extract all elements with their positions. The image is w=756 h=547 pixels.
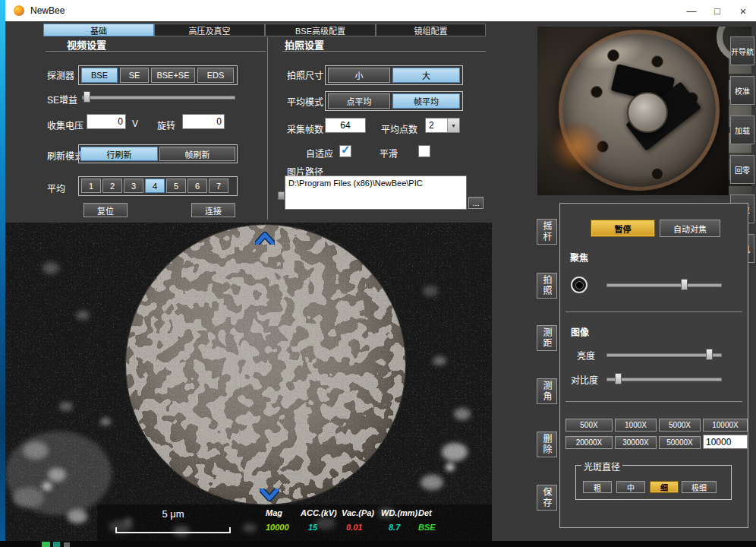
side-button-delete[interactable]: 删除 bbox=[537, 432, 557, 457]
info-header-vac: Vac.(Pa) bbox=[342, 508, 374, 517]
slider-thumb[interactable] bbox=[83, 91, 90, 103]
record-icon[interactable] bbox=[571, 277, 587, 293]
side-button-joystick[interactable]: 摇杆 bbox=[537, 219, 557, 245]
mag-button-10000x[interactable]: 10000X bbox=[703, 419, 748, 432]
contrast-slider[interactable] bbox=[606, 373, 722, 385]
smooth-checkbox[interactable] bbox=[418, 145, 430, 157]
image-path-box[interactable]: D:\Program Files (x86)\NewBee\PIC bbox=[285, 175, 467, 210]
nav-button-home[interactable]: 回零 bbox=[730, 155, 754, 184]
detector-option-eds[interactable]: EDS bbox=[197, 68, 234, 83]
divider bbox=[565, 311, 742, 312]
frames-input[interactable] bbox=[325, 118, 366, 133]
mag-button-20000x[interactable]: 20000X bbox=[565, 436, 613, 449]
info-value-acc: 15 bbox=[308, 523, 317, 532]
bottom-strip bbox=[0, 541, 756, 547]
side-button-measure-distance[interactable]: 测距 bbox=[537, 325, 557, 351]
mag-button-50000x[interactable]: 50000X bbox=[659, 436, 701, 449]
detector-option-bse[interactable]: BSE bbox=[81, 68, 118, 83]
avg-points-dropdown[interactable]: 2 ▼ bbox=[425, 118, 460, 133]
rotation-label: 旋转 bbox=[157, 119, 175, 131]
brightness-label: 亮度 bbox=[577, 349, 595, 362]
avg-mode-frame[interactable]: 帧平均 bbox=[392, 93, 460, 109]
scale-bar-tick bbox=[115, 527, 117, 533]
mag-button-5000x[interactable]: 5000X bbox=[659, 419, 701, 432]
window-title: NewBee bbox=[30, 5, 65, 16]
reset-button[interactable]: 复位 bbox=[83, 203, 128, 217]
side-button-capture[interactable]: 拍照 bbox=[537, 273, 557, 299]
side-button-measure-angle[interactable]: 测角 bbox=[537, 378, 557, 404]
connect-button[interactable]: 连接 bbox=[191, 203, 235, 217]
divider bbox=[267, 37, 268, 220]
average-option-1[interactable]: 1 bbox=[81, 179, 101, 193]
photo-size-label: 拍照尺寸 bbox=[287, 68, 323, 81]
nav-button-calibrate[interactable]: 校准 bbox=[730, 76, 754, 105]
voltage-unit-label: V bbox=[132, 119, 138, 129]
average-option-4[interactable]: 4 bbox=[145, 179, 165, 193]
app-logo-icon bbox=[14, 5, 24, 16]
collect-voltage-input[interactable] bbox=[87, 114, 126, 129]
image-section-label: 图像 bbox=[571, 325, 589, 338]
pan-up-arrow[interactable] bbox=[255, 232, 275, 245]
average-option-6[interactable]: 6 bbox=[187, 179, 207, 193]
info-value-det: BSE bbox=[418, 523, 436, 532]
slider-thumb[interactable] bbox=[615, 373, 622, 384]
taskbar-icon[interactable] bbox=[42, 542, 50, 547]
tab-basic[interactable]: 基础 bbox=[43, 24, 154, 36]
nav-button-load[interactable]: 加载 bbox=[730, 115, 754, 144]
sem-image[interactable] bbox=[5, 223, 492, 541]
avg-mode-point[interactable]: 点平均 bbox=[328, 93, 390, 109]
taskbar-icon[interactable] bbox=[64, 542, 70, 547]
brightness-slider[interactable] bbox=[606, 349, 722, 361]
size-option-large[interactable]: 大 bbox=[392, 68, 460, 83]
spot-option-coarse[interactable]: 粗 bbox=[583, 481, 612, 493]
chevron-down-icon[interactable]: ▼ bbox=[447, 119, 459, 132]
mag-button-500x[interactable]: 500X bbox=[565, 419, 613, 432]
tab-hv-vacuum[interactable]: 高压及真空 bbox=[154, 24, 265, 36]
title-bar bbox=[5, 0, 756, 21]
taskbar-icon[interactable] bbox=[53, 542, 60, 547]
spot-option-fine[interactable]: 细 bbox=[650, 481, 679, 493]
close-button[interactable]: × bbox=[730, 0, 756, 21]
tab-lens-config[interactable]: 镜组配置 bbox=[376, 24, 486, 36]
size-option-small[interactable]: 小 bbox=[328, 68, 390, 83]
refresh-option-frame[interactable]: 帧刷新 bbox=[159, 147, 235, 161]
scale-bar-line bbox=[115, 532, 231, 533]
average-option-3[interactable]: 3 bbox=[124, 179, 143, 193]
side-button-save[interactable]: 保存 bbox=[537, 485, 557, 511]
spot-option-medium[interactable]: 中 bbox=[616, 481, 645, 493]
spot-option-extra-fine[interactable]: 极细 bbox=[682, 481, 717, 493]
browse-button[interactable]: ... bbox=[468, 197, 484, 209]
slider-thumb[interactable] bbox=[681, 279, 688, 290]
mag-button-1000x[interactable]: 1000X bbox=[615, 419, 657, 432]
average-option-7[interactable]: 7 bbox=[209, 179, 228, 193]
collect-voltage-label: 收集电压 bbox=[47, 119, 83, 131]
slider-track bbox=[606, 378, 722, 381]
average-option-2[interactable]: 2 bbox=[102, 179, 122, 193]
check-icon: ✓ bbox=[341, 143, 351, 157]
focus-slider[interactable] bbox=[606, 279, 722, 291]
adaptive-checkbox[interactable]: ✓ bbox=[339, 145, 351, 157]
detector-label: 探测器 bbox=[47, 68, 74, 81]
slider-thumb[interactable] bbox=[706, 349, 713, 360]
slider-track bbox=[82, 96, 235, 100]
se-gain-slider[interactable] bbox=[82, 91, 235, 103]
nav-button-start-navigation[interactable]: 开导航 bbox=[730, 36, 754, 65]
pan-down-arrow[interactable] bbox=[260, 489, 279, 501]
autofocus-button[interactable]: 自动对焦 bbox=[660, 220, 720, 237]
tab-bse-advanced[interactable]: BSE高级配置 bbox=[265, 24, 376, 36]
detector-option-bse-se[interactable]: BSE+SE bbox=[151, 68, 195, 83]
maximize-button[interactable]: □ bbox=[704, 0, 730, 21]
camera-vignette bbox=[537, 27, 751, 195]
pause-button[interactable]: 暂停 bbox=[591, 220, 655, 237]
rotation-input[interactable] bbox=[182, 114, 225, 129]
detector-option-se[interactable]: SE bbox=[120, 68, 149, 83]
scale-bar-text: 5 μm bbox=[115, 508, 231, 520]
mag-input[interactable] bbox=[703, 435, 748, 449]
average-option-5[interactable]: 5 bbox=[166, 179, 186, 193]
app-window: NewBee — □ × 基础 高压及真空 BSE高级配置 镜组配置 视频设置 … bbox=[0, 0, 756, 547]
mag-button-30000x[interactable]: 30000X bbox=[615, 436, 657, 449]
minimize-button[interactable]: — bbox=[679, 0, 704, 21]
info-header-det: Det bbox=[418, 508, 432, 517]
refresh-option-line[interactable]: 行刷新 bbox=[80, 147, 158, 161]
info-header-wd: WD.(mm) bbox=[381, 508, 417, 517]
